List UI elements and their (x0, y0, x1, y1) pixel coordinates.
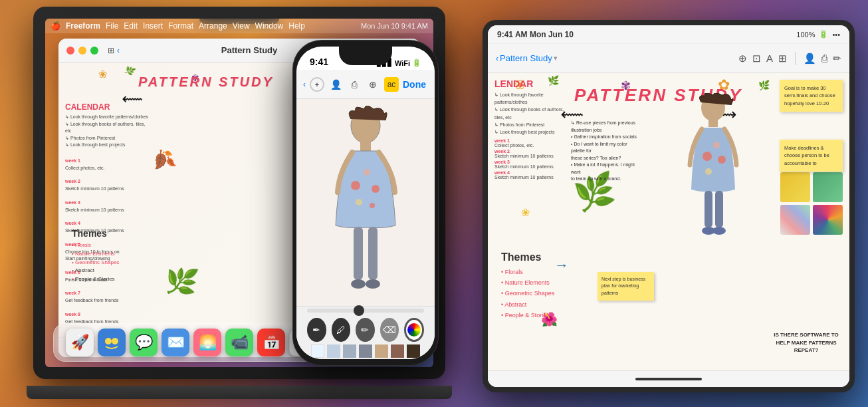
ipad-battery-icon: 🔋 (819, 30, 828, 39)
swatch-skin[interactable] (375, 344, 388, 358)
ipad-chevron[interactable]: ▾ (554, 54, 558, 63)
brush-tool-btn[interactable]: ✏ (356, 318, 375, 342)
svg-point-31 (712, 227, 726, 235)
minimize-button[interactable] (78, 47, 86, 55)
swatch-white[interactable] (311, 344, 324, 358)
fullscreen-button[interactable] (90, 47, 98, 55)
iphone-color-btn[interactable]: ac (384, 77, 399, 92)
ipad-swatch-4 (813, 172, 843, 202)
svg-point-15 (372, 185, 380, 193)
ipad-sticky-goal: Goal is to make 30 semi-finals and choos… (780, 80, 843, 112)
menu-bar-right: Mon Jun 10 9:41 AM (361, 22, 428, 30)
iphone-canvas[interactable] (296, 99, 435, 306)
format-menu[interactable]: Format (168, 21, 193, 31)
app-name-label[interactable]: Freeform (66, 21, 100, 31)
file-menu[interactable]: File (106, 21, 118, 31)
svg-rect-23 (708, 120, 718, 127)
window-menu[interactable]: Window (255, 21, 284, 31)
deco-flower-1: ❀ (98, 68, 107, 80)
arrange-menu[interactable]: Arrange (199, 21, 227, 31)
ipad-search-icon[interactable]: ⊕ (738, 53, 747, 65)
ipad-bottom-question: IS THERE SOFTWARE TO HELP MAKE PATTERNS … (773, 331, 839, 354)
iphone-notch (339, 47, 392, 65)
svg-point-9 (105, 338, 112, 344)
sidebar-toggle-icon[interactable]: ⊞ (108, 46, 114, 55)
ipad-blue-arrow: → (554, 257, 569, 274)
iphone-more-icon[interactable]: ⊕ (366, 77, 380, 92)
ipad-toolbar-right: ⊕ ⊡ A ⊞ 👤 ⎙ ✏ (738, 52, 841, 65)
swatch-slate[interactable] (343, 344, 356, 358)
calendar-checklist: ↳ Look through favorite patterns/clothes… (65, 114, 152, 149)
ipad: 9:41 AM Mon Jun 10 100% 🔋 ••• ‹ Pattern … (483, 20, 855, 392)
dock-icon-calendar[interactable]: 📅 (257, 329, 285, 356)
swatch-blue[interactable] (327, 344, 340, 358)
ipad-title: Pattern Study (500, 53, 552, 63)
dock-icon-finder[interactable] (98, 329, 126, 356)
iphone-battery: 🔋 (412, 59, 421, 67)
ipad-media-icon[interactable]: ⊞ (778, 53, 787, 65)
ipad-themes-title: Themes (501, 251, 594, 263)
eraser-tool-btn[interactable]: ⌫ (380, 318, 399, 342)
color-swatch-row (307, 344, 424, 358)
brush-size-slider[interactable] (307, 309, 424, 313)
ipad-screen: 9:41 AM Mon Jun 10 100% 🔋 ••• ‹ Pattern … (488, 25, 849, 387)
color-picker-btn[interactable] (404, 318, 424, 342)
themes-section-laptop: Themes • Florals • Nature Elements • Geo… (72, 228, 152, 284)
ipad-text-icon[interactable]: A (766, 53, 773, 64)
close-button[interactable] (66, 47, 74, 55)
edit-menu[interactable]: Edit (124, 21, 138, 31)
ipad-themes-section: Themes • Florals • Nature Elements • Geo… (501, 251, 594, 321)
dock-icon-photos[interactable]: 🌅 (193, 329, 221, 356)
ipad-annotation: ↳ Re-use pieces from previous illustrati… (571, 120, 637, 183)
ipad-share-icon[interactable]: ⎙ (821, 53, 827, 64)
iphone-back-button[interactable]: ‹ (303, 80, 306, 89)
ipad-deco-leaf-top: 🌿 (758, 80, 770, 90)
ipad-view-icon[interactable]: ⊡ (752, 53, 761, 65)
dock-icon-facetime[interactable]: 📹 (225, 329, 253, 356)
menu-bar: 🍎 Freeform File Edit Insert Format Arran… (45, 19, 433, 33)
calendar-title: CALENDAR (65, 102, 152, 112)
home-indicator (635, 378, 702, 380)
tool-buttons: ✒ 🖊 ✏ ⌫ (307, 318, 424, 342)
apple-menu[interactable]: 🍎 (51, 21, 60, 31)
iphone-add-btn[interactable]: + (310, 77, 324, 92)
ipad-calendar-section: LENDAR ↳ Look through favorite patterns/… (494, 78, 568, 180)
help-menu[interactable]: Help (288, 21, 305, 31)
view-menu[interactable]: View (233, 21, 250, 31)
svg-point-21 (366, 279, 380, 289)
swatch-gray[interactable] (359, 344, 372, 358)
insert-menu[interactable]: Insert (143, 21, 163, 31)
ipad-back-button[interactable]: ‹ Pattern Study ▾ (496, 53, 558, 63)
ipad-collab-icon[interactable]: 👤 (804, 53, 816, 65)
dock-icon-messages[interactable]: 💬 (130, 329, 158, 356)
dock-icon-launchpad[interactable]: 🚀 (66, 329, 94, 356)
iphone-done-button[interactable]: Done (403, 79, 426, 90)
ipad-edit-icon[interactable]: ✏ (833, 53, 841, 65)
canvas-title-laptop: PATTERN STUDY (138, 74, 274, 90)
ipad-swatch-5 (780, 205, 810, 235)
ipad-battery-label: 100% (796, 31, 815, 39)
red-leaf-large-laptop: 🌿 (162, 263, 200, 300)
svg-rect-19 (368, 227, 378, 280)
ipad-time: 9:41 AM Mon Jun 10 (497, 30, 574, 39)
svg-point-20 (351, 279, 366, 289)
svg-point-14 (364, 169, 370, 176)
iphone-share-icon[interactable]: ⎙ (347, 77, 362, 92)
window-title: Pattern Study (221, 45, 278, 55)
traffic-lights (66, 47, 98, 55)
marker-tool-btn[interactable]: 🖊 (332, 318, 351, 342)
iphone-people-icon[interactable]: 👤 (328, 77, 343, 92)
ipad-canvas[interactable]: ❀ 🌿 ✾ ✿ 🌿 ✦ PATTERN STUDY ⟿ ⟿ LENDAR ↳ L… (488, 73, 849, 387)
ipad-sticky-deadlines: Make deadlines & choose person to be acc… (780, 140, 843, 172)
dock-icon-mail[interactable]: ✉️ (162, 329, 189, 356)
ipad-options-icon[interactable]: ••• (832, 31, 840, 39)
calendar-section: CALENDAR ↳ Look through favorite pattern… (65, 102, 152, 325)
pen-tool-btn[interactable]: ✒ (307, 318, 326, 342)
swatch-brown[interactable] (391, 344, 404, 358)
iphone-toolbar: ‹ + 👤 ⎙ ⊕ ac Done (296, 70, 435, 99)
swatch-dark[interactable] (407, 344, 420, 358)
iphone: 9:41 ▋▋▋ WiFi 🔋 ‹ + 👤 ⎙ ⊕ ac Done (292, 40, 439, 366)
back-nav-label[interactable]: ‹ (117, 46, 120, 55)
svg-rect-29 (715, 191, 723, 227)
red-leaf-laptop: 🍂 (148, 146, 177, 174)
